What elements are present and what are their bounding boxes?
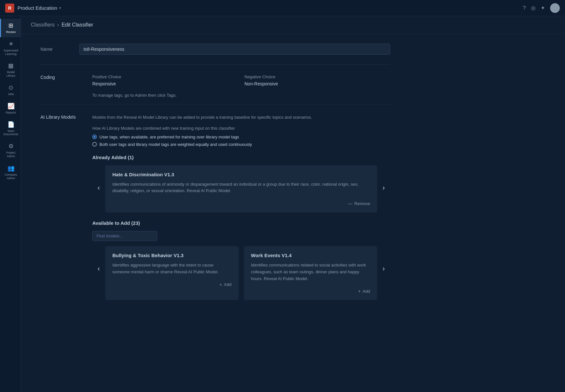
settings-icon[interactable]: ✦ bbox=[541, 5, 545, 11]
remove-model-button[interactable]: — Remove bbox=[112, 201, 370, 206]
sidebar-item-project-admin[interactable]: ⚙ Project Admin bbox=[0, 139, 21, 161]
top-header: R Product Education ▾ ? ◎ ✦ bbox=[0, 0, 565, 16]
ai-library-content: Models from the Reveal AI Model Library … bbox=[92, 114, 390, 308]
sidebar-item-team-documents[interactable]: 📄 Team Documents bbox=[0, 118, 21, 140]
positive-choice-label: Positive Choice bbox=[92, 74, 238, 79]
divider-2 bbox=[40, 104, 390, 104]
review-icon: ⊞ bbox=[8, 22, 13, 29]
sidebar-label-model-library: Model Library bbox=[2, 71, 19, 78]
positive-choice-value: Responsive bbox=[92, 81, 238, 86]
ai-library-section-row: AI Library Models Models from the Reveal… bbox=[40, 114, 390, 308]
available-next-button[interactable]: › bbox=[377, 246, 390, 291]
already-added-carousel: ‹ Hate & Discrimination V1.3 Identifies … bbox=[92, 165, 390, 213]
remove-icon: — bbox=[348, 201, 353, 206]
negative-choice-value: Non-Responsive bbox=[244, 81, 390, 86]
add-model-2-button[interactable]: + Add bbox=[251, 289, 370, 294]
available-card-1: Bullying & Toxic Behavior V1.3 Identifie… bbox=[105, 246, 239, 300]
name-label: Name bbox=[40, 47, 66, 52]
model-card-1-desc: Identifies communications of animosity o… bbox=[112, 181, 370, 195]
avatar[interactable] bbox=[550, 3, 560, 13]
radio-equal-weight[interactable]: Both user tags and library model tags ar… bbox=[92, 142, 390, 147]
breadcrumb: Classifiers › Edit Classifier bbox=[21, 16, 565, 34]
model-card-1-title: Hate & Discrimination V1.3 bbox=[112, 172, 370, 177]
available-card-2-title: Work Events V1.4 bbox=[251, 253, 370, 258]
radio-user-preferred[interactable]: User tags, when available, are preferred… bbox=[92, 135, 390, 139]
sidebar-label-jobs: Jobs bbox=[8, 93, 14, 96]
sidebar-item-reports[interactable]: 📈 Reports bbox=[0, 99, 21, 118]
coding-section-row: Coding Positive Choice Responsive Negati… bbox=[40, 74, 390, 98]
sidebar-item-review[interactable]: ⊞ Review bbox=[0, 19, 21, 37]
radio-equal-weight-label: Both user tags and library model tags ar… bbox=[99, 142, 252, 147]
main-layout: ⊞ Review ☀ Supervised Learning ▦ Model L… bbox=[0, 16, 565, 392]
ai-library-section-label: AI Library Models bbox=[40, 114, 76, 120]
available-card-1-title: Bullying & Toxic Behavior V1.3 bbox=[112, 253, 232, 258]
available-carousel: ‹ Bullying & Toxic Behavior V1.3 Identif… bbox=[92, 246, 390, 300]
team-documents-icon: 📄 bbox=[7, 121, 15, 128]
model-library-icon: ▦ bbox=[8, 62, 14, 69]
app-title-button[interactable]: Product Education ▾ bbox=[17, 5, 61, 11]
sidebar-item-jobs[interactable]: ⊙ Jobs bbox=[0, 81, 21, 99]
breadcrumb-classifiers-link[interactable]: Classifiers bbox=[31, 22, 55, 28]
breadcrumb-current: Edit Classifier bbox=[62, 22, 93, 28]
add-2-label: Add bbox=[363, 289, 370, 294]
sidebar-label-company-admin: Company Admin bbox=[2, 173, 19, 180]
negative-choice-label: Negative Choice bbox=[244, 74, 390, 79]
project-admin-icon: ⚙ bbox=[8, 143, 14, 150]
available-card-2-desc: Identifies communications related to soc… bbox=[251, 262, 370, 282]
help-icon[interactable]: ? bbox=[523, 5, 526, 11]
content-area: Classifiers › Edit Classifier Name Codin… bbox=[21, 16, 565, 392]
already-added-card-1: Hate & Discrimination V1.3 Identifies co… bbox=[105, 165, 377, 213]
available-to-add-title: Available to Add (23) bbox=[92, 220, 390, 226]
sidebar-label-project-admin: Project Admin bbox=[2, 151, 19, 158]
company-admin-icon: 👥 bbox=[7, 165, 15, 172]
radio-equal-weight-dot bbox=[92, 142, 97, 147]
coding-content: Positive Choice Responsive Negative Choi… bbox=[92, 74, 390, 98]
already-added-cards: Hate & Discrimination V1.3 Identifies co… bbox=[105, 165, 377, 213]
available-card-2: Work Events V1.4 Identifies communicatio… bbox=[244, 246, 377, 300]
already-added-prev-button[interactable]: ‹ bbox=[92, 165, 105, 211]
app-title-chevron-icon: ▾ bbox=[59, 6, 61, 10]
app-title-text: Product Education bbox=[17, 5, 57, 11]
available-card-1-desc: Identifies aggressive language with the … bbox=[112, 262, 232, 276]
sidebar-item-model-library[interactable]: ▦ Model Library bbox=[0, 59, 21, 81]
available-prev-button[interactable]: ‹ bbox=[92, 246, 105, 291]
reports-icon: 📈 bbox=[7, 103, 15, 110]
form-section: Name Coding Positive Choice Responsive bbox=[21, 34, 410, 324]
available-cards: Bullying & Toxic Behavior V1.3 Identifie… bbox=[105, 246, 377, 300]
sidebar-label-supervised: Supervised Learning bbox=[2, 49, 19, 56]
ai-description: Models from the Reveal AI Model Library … bbox=[92, 114, 390, 121]
breadcrumb-separator-icon: › bbox=[57, 22, 59, 28]
sidebar-item-supervised-learning[interactable]: ☀ Supervised Learning bbox=[0, 37, 21, 59]
sidebar-label-review: Review bbox=[6, 30, 16, 34]
divider-1 bbox=[40, 64, 390, 65]
app-logo[interactable]: R bbox=[5, 4, 14, 13]
jobs-icon: ⊙ bbox=[8, 84, 13, 91]
sidebar-item-company-admin[interactable]: 👥 Company Admin bbox=[0, 161, 21, 183]
ai-library-label-col: AI Library Models bbox=[40, 114, 79, 308]
radio-user-preferred-label: User tags, when available, are preferred… bbox=[99, 135, 239, 139]
add-model-1-button[interactable]: + Add bbox=[112, 282, 232, 287]
already-added-next-button[interactable]: › bbox=[377, 165, 390, 211]
positive-choice-col: Positive Choice Responsive bbox=[92, 74, 238, 86]
remove-label: Remove bbox=[355, 201, 370, 206]
supervised-learning-icon: ☀ bbox=[8, 40, 14, 48]
coding-note: To manage tags, go to Admin then click T… bbox=[92, 93, 390, 98]
sidebar-label-reports: Reports bbox=[6, 111, 16, 114]
name-field-row: Name bbox=[40, 44, 390, 55]
find-models-input[interactable] bbox=[92, 231, 157, 241]
header-left: R Product Education ▾ bbox=[5, 4, 61, 13]
name-input[interactable] bbox=[79, 44, 390, 55]
coding-label-col: Coding bbox=[40, 74, 79, 98]
add-1-label: Add bbox=[224, 282, 232, 287]
sidebar: ⊞ Review ☀ Supervised Learning ▦ Model L… bbox=[0, 16, 21, 392]
sidebar-label-team-docs: Team Documents bbox=[2, 129, 19, 136]
coding-grid: Positive Choice Responsive Negative Choi… bbox=[92, 74, 390, 86]
coding-section-label: Coding bbox=[40, 75, 55, 80]
ai-question: How AI Library Models are combined with … bbox=[92, 126, 390, 131]
radio-user-preferred-dot bbox=[92, 135, 97, 139]
add-2-icon: + bbox=[358, 289, 361, 294]
add-1-icon: + bbox=[220, 282, 222, 287]
negative-choice-col: Negative Choice Non-Responsive bbox=[244, 74, 390, 86]
already-added-title: Already Added (1) bbox=[92, 155, 390, 160]
notifications-icon[interactable]: ◎ bbox=[531, 5, 536, 11]
